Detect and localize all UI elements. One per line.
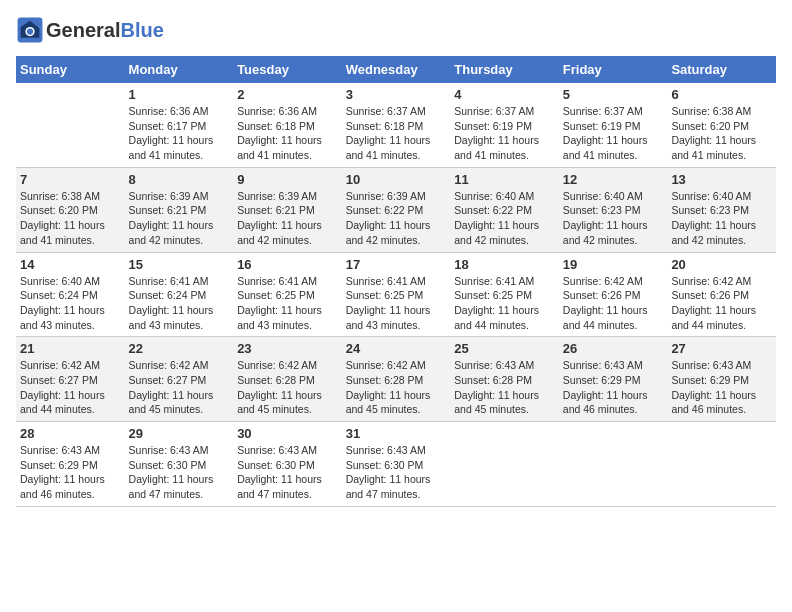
day-info: Sunrise: 6:43 AM Sunset: 6:29 PM Dayligh… bbox=[563, 358, 664, 417]
day-number: 5 bbox=[563, 87, 664, 102]
day-number: 11 bbox=[454, 172, 555, 187]
calendar-cell: 7Sunrise: 6:38 AM Sunset: 6:20 PM Daylig… bbox=[16, 167, 125, 252]
day-number: 15 bbox=[129, 257, 230, 272]
day-number: 22 bbox=[129, 341, 230, 356]
day-info: Sunrise: 6:39 AM Sunset: 6:21 PM Dayligh… bbox=[237, 189, 338, 248]
calendar-cell: 24Sunrise: 6:42 AM Sunset: 6:28 PM Dayli… bbox=[342, 337, 451, 422]
weekday-header-saturday: Saturday bbox=[667, 56, 776, 83]
calendar-cell bbox=[16, 83, 125, 167]
day-info: Sunrise: 6:36 AM Sunset: 6:17 PM Dayligh… bbox=[129, 104, 230, 163]
day-number: 4 bbox=[454, 87, 555, 102]
calendar-cell: 13Sunrise: 6:40 AM Sunset: 6:23 PM Dayli… bbox=[667, 167, 776, 252]
day-number: 31 bbox=[346, 426, 447, 441]
day-info: Sunrise: 6:40 AM Sunset: 6:23 PM Dayligh… bbox=[563, 189, 664, 248]
calendar-cell: 18Sunrise: 6:41 AM Sunset: 6:25 PM Dayli… bbox=[450, 252, 559, 337]
day-number: 16 bbox=[237, 257, 338, 272]
calendar-cell: 21Sunrise: 6:42 AM Sunset: 6:27 PM Dayli… bbox=[16, 337, 125, 422]
day-info: Sunrise: 6:41 AM Sunset: 6:25 PM Dayligh… bbox=[454, 274, 555, 333]
day-info: Sunrise: 6:37 AM Sunset: 6:19 PM Dayligh… bbox=[563, 104, 664, 163]
calendar-cell: 10Sunrise: 6:39 AM Sunset: 6:22 PM Dayli… bbox=[342, 167, 451, 252]
logo: GeneralBlue bbox=[16, 16, 164, 44]
calendar-cell: 14Sunrise: 6:40 AM Sunset: 6:24 PM Dayli… bbox=[16, 252, 125, 337]
day-info: Sunrise: 6:41 AM Sunset: 6:24 PM Dayligh… bbox=[129, 274, 230, 333]
day-info: Sunrise: 6:41 AM Sunset: 6:25 PM Dayligh… bbox=[346, 274, 447, 333]
day-number: 12 bbox=[563, 172, 664, 187]
calendar-cell: 27Sunrise: 6:43 AM Sunset: 6:29 PM Dayli… bbox=[667, 337, 776, 422]
day-number: 3 bbox=[346, 87, 447, 102]
day-info: Sunrise: 6:42 AM Sunset: 6:27 PM Dayligh… bbox=[129, 358, 230, 417]
day-info: Sunrise: 6:41 AM Sunset: 6:25 PM Dayligh… bbox=[237, 274, 338, 333]
calendar-cell: 16Sunrise: 6:41 AM Sunset: 6:25 PM Dayli… bbox=[233, 252, 342, 337]
calendar-cell: 8Sunrise: 6:39 AM Sunset: 6:21 PM Daylig… bbox=[125, 167, 234, 252]
day-info: Sunrise: 6:40 AM Sunset: 6:24 PM Dayligh… bbox=[20, 274, 121, 333]
weekday-header-thursday: Thursday bbox=[450, 56, 559, 83]
weekday-header-friday: Friday bbox=[559, 56, 668, 83]
calendar-cell: 30Sunrise: 6:43 AM Sunset: 6:30 PM Dayli… bbox=[233, 422, 342, 507]
calendar-cell: 17Sunrise: 6:41 AM Sunset: 6:25 PM Dayli… bbox=[342, 252, 451, 337]
day-number: 20 bbox=[671, 257, 772, 272]
calendar-cell: 31Sunrise: 6:43 AM Sunset: 6:30 PM Dayli… bbox=[342, 422, 451, 507]
calendar-cell: 28Sunrise: 6:43 AM Sunset: 6:29 PM Dayli… bbox=[16, 422, 125, 507]
day-number: 25 bbox=[454, 341, 555, 356]
day-number: 27 bbox=[671, 341, 772, 356]
calendar-cell bbox=[559, 422, 668, 507]
calendar-cell: 22Sunrise: 6:42 AM Sunset: 6:27 PM Dayli… bbox=[125, 337, 234, 422]
logo-icon bbox=[16, 16, 44, 44]
calendar-cell: 20Sunrise: 6:42 AM Sunset: 6:26 PM Dayli… bbox=[667, 252, 776, 337]
day-info: Sunrise: 6:39 AM Sunset: 6:21 PM Dayligh… bbox=[129, 189, 230, 248]
day-info: Sunrise: 6:43 AM Sunset: 6:28 PM Dayligh… bbox=[454, 358, 555, 417]
day-number: 21 bbox=[20, 341, 121, 356]
day-info: Sunrise: 6:40 AM Sunset: 6:23 PM Dayligh… bbox=[671, 189, 772, 248]
day-info: Sunrise: 6:42 AM Sunset: 6:28 PM Dayligh… bbox=[237, 358, 338, 417]
calendar-cell: 19Sunrise: 6:42 AM Sunset: 6:26 PM Dayli… bbox=[559, 252, 668, 337]
weekday-header-tuesday: Tuesday bbox=[233, 56, 342, 83]
calendar-cell: 12Sunrise: 6:40 AM Sunset: 6:23 PM Dayli… bbox=[559, 167, 668, 252]
calendar-cell: 11Sunrise: 6:40 AM Sunset: 6:22 PM Dayli… bbox=[450, 167, 559, 252]
day-number: 24 bbox=[346, 341, 447, 356]
svg-point-4 bbox=[27, 28, 33, 34]
day-number: 7 bbox=[20, 172, 121, 187]
day-number: 13 bbox=[671, 172, 772, 187]
day-number: 10 bbox=[346, 172, 447, 187]
day-info: Sunrise: 6:42 AM Sunset: 6:26 PM Dayligh… bbox=[671, 274, 772, 333]
calendar-cell bbox=[667, 422, 776, 507]
week-row-3: 21Sunrise: 6:42 AM Sunset: 6:27 PM Dayli… bbox=[16, 337, 776, 422]
week-row-2: 14Sunrise: 6:40 AM Sunset: 6:24 PM Dayli… bbox=[16, 252, 776, 337]
day-info: Sunrise: 6:43 AM Sunset: 6:30 PM Dayligh… bbox=[346, 443, 447, 502]
calendar-cell bbox=[450, 422, 559, 507]
day-info: Sunrise: 6:37 AM Sunset: 6:19 PM Dayligh… bbox=[454, 104, 555, 163]
day-info: Sunrise: 6:40 AM Sunset: 6:22 PM Dayligh… bbox=[454, 189, 555, 248]
week-row-1: 7Sunrise: 6:38 AM Sunset: 6:20 PM Daylig… bbox=[16, 167, 776, 252]
day-number: 17 bbox=[346, 257, 447, 272]
day-info: Sunrise: 6:36 AM Sunset: 6:18 PM Dayligh… bbox=[237, 104, 338, 163]
week-row-0: 1Sunrise: 6:36 AM Sunset: 6:17 PM Daylig… bbox=[16, 83, 776, 167]
day-number: 19 bbox=[563, 257, 664, 272]
day-number: 26 bbox=[563, 341, 664, 356]
day-info: Sunrise: 6:37 AM Sunset: 6:18 PM Dayligh… bbox=[346, 104, 447, 163]
day-number: 8 bbox=[129, 172, 230, 187]
day-info: Sunrise: 6:38 AM Sunset: 6:20 PM Dayligh… bbox=[20, 189, 121, 248]
day-info: Sunrise: 6:42 AM Sunset: 6:28 PM Dayligh… bbox=[346, 358, 447, 417]
calendar-table: SundayMondayTuesdayWednesdayThursdayFrid… bbox=[16, 56, 776, 507]
day-info: Sunrise: 6:43 AM Sunset: 6:30 PM Dayligh… bbox=[129, 443, 230, 502]
calendar-cell: 1Sunrise: 6:36 AM Sunset: 6:17 PM Daylig… bbox=[125, 83, 234, 167]
day-number: 29 bbox=[129, 426, 230, 441]
calendar-cell: 25Sunrise: 6:43 AM Sunset: 6:28 PM Dayli… bbox=[450, 337, 559, 422]
calendar-cell: 9Sunrise: 6:39 AM Sunset: 6:21 PM Daylig… bbox=[233, 167, 342, 252]
day-number: 18 bbox=[454, 257, 555, 272]
day-info: Sunrise: 6:42 AM Sunset: 6:26 PM Dayligh… bbox=[563, 274, 664, 333]
calendar-cell: 29Sunrise: 6:43 AM Sunset: 6:30 PM Dayli… bbox=[125, 422, 234, 507]
calendar-cell: 15Sunrise: 6:41 AM Sunset: 6:24 PM Dayli… bbox=[125, 252, 234, 337]
day-number: 9 bbox=[237, 172, 338, 187]
day-number: 2 bbox=[237, 87, 338, 102]
weekday-header-wednesday: Wednesday bbox=[342, 56, 451, 83]
day-number: 6 bbox=[671, 87, 772, 102]
day-info: Sunrise: 6:42 AM Sunset: 6:27 PM Dayligh… bbox=[20, 358, 121, 417]
day-number: 14 bbox=[20, 257, 121, 272]
week-row-4: 28Sunrise: 6:43 AM Sunset: 6:29 PM Dayli… bbox=[16, 422, 776, 507]
day-info: Sunrise: 6:38 AM Sunset: 6:20 PM Dayligh… bbox=[671, 104, 772, 163]
weekday-header-sunday: Sunday bbox=[16, 56, 125, 83]
calendar-cell: 26Sunrise: 6:43 AM Sunset: 6:29 PM Dayli… bbox=[559, 337, 668, 422]
page-header: GeneralBlue bbox=[16, 16, 776, 44]
day-info: Sunrise: 6:43 AM Sunset: 6:30 PM Dayligh… bbox=[237, 443, 338, 502]
